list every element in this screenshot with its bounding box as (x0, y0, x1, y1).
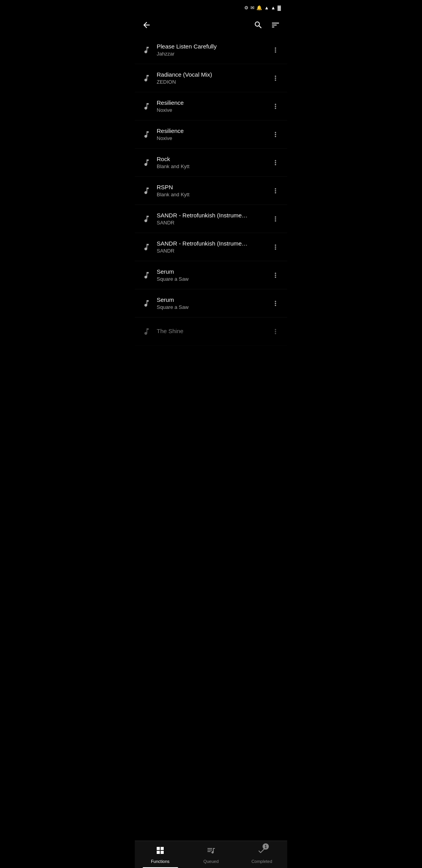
track-title: SANDR - Retrofunkish (Instrume… (157, 212, 265, 219)
track-info: RSPN Blank and Kytt (157, 184, 265, 197)
music-note-icon (141, 158, 152, 167)
track-info: Resilience Noxive (157, 99, 265, 113)
track-title: RSPN (157, 184, 265, 190)
music-note-icon (141, 299, 152, 308)
track-artist: Jahzzar (157, 51, 265, 57)
track-title: Radiance (Vocal Mix) (157, 71, 265, 78)
track-info: Radiance (Vocal Mix) ZEDION (157, 71, 265, 85)
music-note-icon (141, 102, 152, 111)
status-bar: ⚙ ✉ 🔔 ▲ ▲ ▓ (135, 0, 287, 14)
track-more-button[interactable] (270, 159, 281, 167)
track-more-button[interactable] (270, 46, 281, 54)
music-note-icon (141, 327, 152, 336)
music-note-icon (141, 187, 152, 195)
track-item[interactable]: Serum Square a Saw (135, 261, 287, 289)
track-title: Rock (157, 156, 265, 162)
track-more-button[interactable] (270, 299, 281, 307)
search-button[interactable] (253, 20, 264, 30)
track-artist: Blank and Kytt (157, 163, 265, 169)
status-icons: ⚙ ✉ 🔔 ▲ ▲ ▓ (244, 5, 281, 11)
track-title: Please Listen Carefully (157, 43, 265, 50)
track-artist: Square a Saw (157, 304, 265, 310)
track-item[interactable]: RSPN Blank and Kytt (135, 177, 287, 205)
track-item[interactable]: SANDR - Retrofunkish (Instrume… SANDR (135, 233, 287, 261)
wifi-icon: ▲ (271, 5, 275, 11)
track-item[interactable]: Resilience Noxive (135, 92, 287, 120)
track-info: Serum Square a Saw (157, 268, 265, 282)
battery-icon: ▓ (277, 5, 281, 11)
track-title: Serum (157, 268, 265, 275)
track-list: Please Listen Carefully Jahzzar Radiance… (135, 36, 287, 373)
track-more-button[interactable] (270, 131, 281, 138)
track-info: SANDR - Retrofunkish (Instrume… SANDR (157, 212, 265, 226)
track-info: Serum Square a Saw (157, 296, 265, 310)
notification-status-icon: 🔔 (256, 5, 262, 11)
track-info: Resilience Noxive (157, 127, 265, 141)
track-artist: SANDR (157, 248, 265, 254)
track-more-button[interactable] (270, 102, 281, 110)
track-more-button[interactable] (270, 187, 281, 195)
track-title: Serum (157, 296, 265, 303)
track-item[interactable]: Serum Square a Saw (135, 289, 287, 317)
music-note-icon (141, 243, 152, 251)
music-note-icon (141, 130, 152, 139)
track-more-button[interactable] (270, 243, 281, 251)
music-note-icon (141, 46, 152, 54)
header (135, 14, 287, 36)
music-note-icon (141, 74, 152, 82)
track-item[interactable]: Please Listen Carefully Jahzzar (135, 36, 287, 64)
track-info: Please Listen Carefully Jahzzar (157, 43, 265, 57)
track-more-button[interactable] (270, 328, 281, 335)
track-title: Resilience (157, 99, 265, 106)
track-item[interactable]: The Shine (135, 317, 287, 346)
track-title: SANDR - Retrofunkish (Instrume… (157, 240, 265, 247)
track-artist: Noxive (157, 107, 265, 113)
sort-button[interactable] (270, 20, 281, 30)
track-info: Rock Blank and Kytt (157, 156, 265, 169)
track-artist: Blank and Kytt (157, 192, 265, 197)
track-info: The Shine (157, 328, 265, 335)
track-item[interactable]: Radiance (Vocal Mix) ZEDION (135, 64, 287, 92)
track-more-button[interactable] (270, 74, 281, 82)
track-title: Resilience (157, 127, 265, 134)
track-artist: ZEDION (157, 79, 265, 85)
track-artist: SANDR (157, 220, 265, 226)
back-button[interactable] (141, 20, 152, 30)
track-title: The Shine (157, 328, 265, 334)
signal-icon: ▲ (264, 5, 269, 11)
track-item[interactable]: Rock Blank and Kytt (135, 149, 287, 177)
track-more-button[interactable] (270, 271, 281, 279)
settings-status-icon: ⚙ (244, 5, 249, 11)
track-artist: Square a Saw (157, 276, 265, 282)
track-more-button[interactable] (270, 215, 281, 223)
message-status-icon: ✉ (250, 5, 254, 11)
track-item[interactable]: Resilience Noxive (135, 120, 287, 149)
music-note-icon (141, 215, 152, 223)
track-item[interactable]: SANDR - Retrofunkish (Instrume… SANDR (135, 205, 287, 233)
track-info: SANDR - Retrofunkish (Instrume… SANDR (157, 240, 265, 254)
music-note-icon (141, 271, 152, 280)
track-artist: Noxive (157, 135, 265, 141)
